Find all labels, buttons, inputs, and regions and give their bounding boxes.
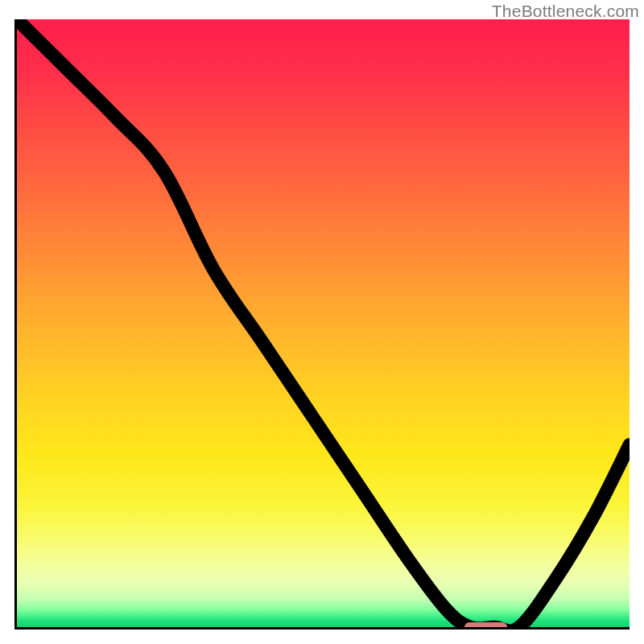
watermark-text: TheBottleneck.com <box>492 2 639 21</box>
plot-area <box>14 19 630 630</box>
bottleneck-curve-path <box>17 19 630 627</box>
optimal-range-marker <box>464 622 507 630</box>
bottleneck-chart: TheBottleneck.com <box>0 0 644 644</box>
curve-svg <box>17 19 630 627</box>
